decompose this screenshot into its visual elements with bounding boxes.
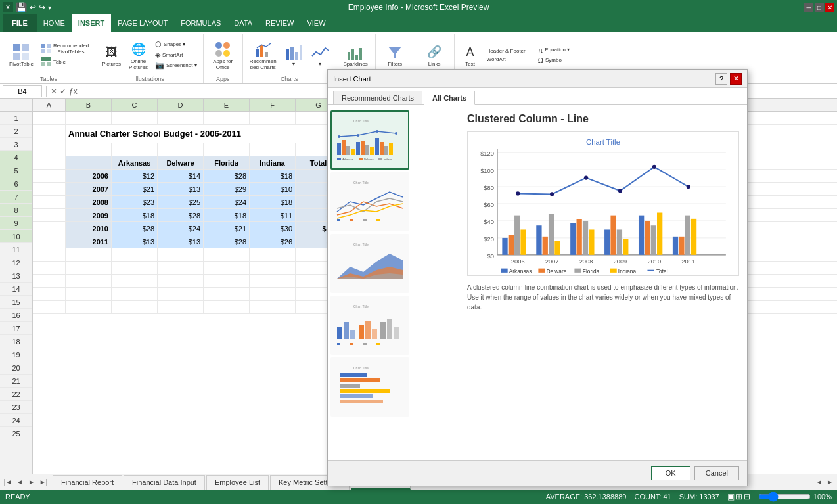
col-E[interactable]: E — [204, 99, 250, 111]
cell-A8[interactable] — [33, 209, 66, 221]
wordart-btn[interactable]: WordArt — [485, 56, 528, 63]
dialog-cancel-btn[interactable]: Cancel — [694, 466, 739, 480]
tab-file[interactable]: FILE — [3, 14, 37, 32]
sheet-tab-last-btn[interactable]: ►| — [38, 477, 49, 488]
cell-E15[interactable] — [204, 301, 250, 313]
row-15[interactable]: 15 — [0, 296, 32, 309]
pivot-table-btn[interactable]: PivotTable — [7, 41, 36, 68]
cell-F4[interactable]: Indiana — [250, 156, 296, 169]
cell-B1[interactable] — [66, 112, 112, 124]
sheet-tab-first-btn[interactable]: |◄ — [3, 477, 13, 488]
cell-B9[interactable]: 2010 — [66, 222, 112, 235]
cell-E6[interactable]: $29 — [204, 183, 250, 195]
equation-btn[interactable]: π Equation ▾ — [536, 45, 572, 55]
recommended-pivot-btn[interactable]: RecommendedPivotTables — [39, 42, 91, 55]
cell-E14[interactable] — [204, 288, 250, 300]
cell-E3[interactable] — [204, 143, 250, 156]
cell-D14[interactable] — [158, 288, 204, 300]
links-btn[interactable]: 🔗 Links — [422, 41, 446, 68]
quick-access-save[interactable]: 💾 — [16, 2, 27, 12]
cell-E10[interactable]: $28 — [204, 235, 250, 248]
text-btn[interactable]: A Text — [459, 41, 482, 68]
chart-preview-2[interactable]: Chart Title — [330, 172, 409, 231]
cell-F7[interactable]: $18 — [250, 196, 296, 208]
chart-preview-5[interactable]: Chart Title — [330, 357, 409, 417]
cell-B10[interactable]: 2011 — [66, 235, 112, 248]
row-1[interactable]: 1 — [0, 112, 32, 125]
row-17[interactable]: 17 — [0, 322, 32, 335]
cell-A15[interactable] — [33, 301, 66, 313]
row-18[interactable]: 18 — [0, 335, 32, 348]
smart-art-btn[interactable]: ◈ SmartArt — [153, 50, 185, 60]
maximize-btn[interactable]: □ — [815, 3, 824, 12]
cell-C6[interactable]: $21 — [112, 183, 158, 195]
online-pictures-btn[interactable]: 🌐 OnlinePictures — [126, 39, 150, 72]
row-9[interactable]: 9 — [0, 217, 32, 230]
cell-D9[interactable]: $24 — [158, 222, 204, 235]
row-23[interactable]: 23 — [0, 401, 32, 414]
apps-office-btn[interactable]: Apps forOffice — [210, 39, 235, 72]
cell-A12[interactable] — [33, 262, 66, 274]
chart-preview-1[interactable]: Chart Title Arkansas — [330, 110, 409, 170]
row-19[interactable]: 19 — [0, 348, 32, 361]
cell-F11[interactable] — [250, 248, 296, 261]
cell-D15[interactable] — [158, 301, 204, 313]
cell-B15[interactable] — [66, 301, 112, 313]
row-4[interactable]: 4 — [0, 151, 32, 164]
cell-B6[interactable]: 2007 — [66, 183, 112, 195]
cell-D11[interactable] — [158, 248, 204, 261]
cell-C4[interactable]: Arkansas — [112, 156, 158, 169]
sheet-tab-financial-data[interactable]: Financial Data Input — [124, 475, 205, 490]
pictures-btn[interactable]: 🖼 Pictures — [99, 41, 124, 68]
close-btn[interactable]: ✕ — [825, 3, 834, 12]
cell-D12[interactable] — [158, 262, 204, 274]
sheet-tab-employee-list[interactable]: Employee List — [206, 475, 269, 490]
tab-home[interactable]: HOME — [37, 14, 72, 32]
symbol-btn[interactable]: Ω Symbol — [536, 56, 572, 65]
col-D[interactable]: D — [158, 99, 204, 111]
cell-D10[interactable]: $13 — [158, 235, 204, 248]
cell-F6[interactable]: $10 — [250, 183, 296, 195]
cell-D3[interactable] — [158, 143, 204, 156]
cell-E5[interactable]: $28 — [204, 170, 250, 182]
tab-review[interactable]: REVIEW — [259, 14, 300, 32]
cell-D5[interactable]: $14 — [158, 170, 204, 182]
column-chart-btn[interactable]: ▾ — [282, 41, 305, 68]
cell-C9[interactable]: $28 — [112, 222, 158, 235]
cell-D1[interactable] — [158, 112, 204, 124]
row-2[interactable]: 2 — [0, 125, 32, 138]
shapes-btn[interactable]: ⬡ Shapes ▾ — [153, 39, 187, 49]
filters-btn[interactable]: Filters — [383, 41, 407, 68]
table-btn[interactable]: Table — [39, 56, 68, 68]
cell-F1[interactable] — [250, 112, 296, 124]
cell-B7[interactable]: 2008 — [66, 196, 112, 208]
dialog-close-btn[interactable]: ✕ — [730, 73, 742, 85]
quick-access-dropdown[interactable]: ▾ — [48, 4, 51, 11]
chart-list[interactable]: Chart Title Arkansas — [328, 105, 459, 460]
cell-B12[interactable] — [66, 262, 112, 274]
row-7[interactable]: 7 — [0, 191, 32, 204]
col-C[interactable]: C — [112, 99, 158, 111]
cell-F8[interactable]: $11 — [250, 209, 296, 221]
row-8[interactable]: 8 — [0, 204, 32, 217]
row-5[interactable]: 5 — [0, 164, 32, 177]
cell-B14[interactable] — [66, 288, 112, 300]
cell-C14[interactable] — [112, 288, 158, 300]
row-22[interactable]: 22 — [0, 388, 32, 401]
cell-E13[interactable] — [204, 275, 250, 287]
tab-data[interactable]: DATA — [227, 14, 259, 32]
cell-A3[interactable] — [33, 143, 66, 156]
cell-D6[interactable]: $13 — [158, 183, 204, 195]
col-B[interactable]: B — [66, 99, 112, 111]
dialog-help-btn[interactable]: ? — [715, 73, 727, 85]
cell-C11[interactable] — [112, 248, 158, 261]
row-21[interactable]: 21 — [0, 375, 32, 388]
dialog-ok-btn[interactable]: OK — [651, 466, 690, 480]
cell-E4[interactable]: Florida — [204, 156, 250, 169]
tab-formulas[interactable]: FORMULAS — [174, 14, 227, 32]
cell-B5[interactable]: 2006 — [66, 170, 112, 182]
cell-B11[interactable] — [66, 248, 112, 261]
cell-F14[interactable] — [250, 288, 296, 300]
cancel-formula-btn[interactable]: ✕ — [51, 87, 57, 96]
cell-A14[interactable] — [33, 288, 66, 300]
